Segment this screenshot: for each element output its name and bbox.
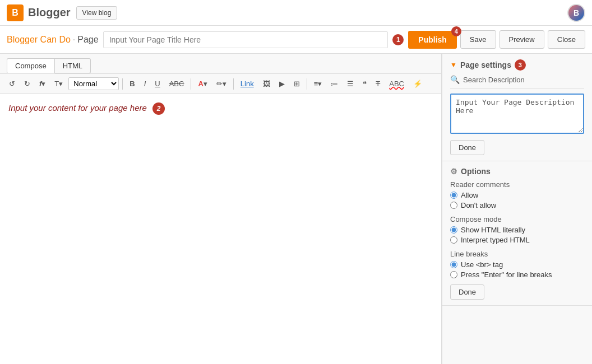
allow-radio-row: Allow: [450, 191, 584, 199]
align-dropdown-arrow-icon: ▾: [318, 80, 322, 88]
highlight-color-button[interactable]: ✏ ▾: [213, 77, 230, 90]
use-br-radio-label: Use <br> tag: [461, 260, 503, 269]
text-color-icon: A: [198, 80, 203, 88]
description-textarea[interactable]: Input Your Page Description Here: [450, 94, 584, 134]
strikethrough-button[interactable]: ABC: [166, 77, 188, 90]
editor-tabs: Compose HTML: [0, 54, 441, 74]
image-icon: 🖼: [263, 80, 270, 88]
blogger-logo-icon: B: [7, 4, 24, 21]
format-select[interactable]: Normal Heading 1 Heading 2 Heading 3: [68, 77, 119, 90]
title-bar: Blogger Can Do · Page 1 Publish 4 Save P…: [0, 26, 592, 54]
more-options-icon: ⚡: [413, 80, 422, 88]
toolbar-separator-2: [191, 78, 191, 90]
allow-radio[interactable]: [450, 192, 457, 199]
spellcheck-icon: ABC: [389, 80, 404, 88]
breadcrumb-page: Page: [77, 35, 98, 45]
step-badge-1: 1: [392, 34, 404, 45]
page-settings-label: Page settings: [460, 60, 511, 69]
breadcrumb-separator: ·: [73, 35, 75, 45]
page-settings-header[interactable]: ▼ Page settings 3: [450, 59, 584, 71]
allow-radio-label: Allow: [461, 191, 478, 199]
highlight-color-icon: ✏: [216, 80, 223, 88]
content-placeholder-text: Input your content for your page here: [8, 103, 147, 113]
interpret-html-radio-row: Interpret typed HTML: [450, 236, 584, 244]
align-icon: ≡: [314, 80, 318, 88]
save-button[interactable]: Save: [460, 30, 496, 49]
font-button[interactable]: f ▾: [36, 77, 49, 90]
close-button[interactable]: Close: [548, 30, 585, 49]
insert-video-button[interactable]: ▶: [276, 77, 288, 90]
page-settings-arrow-icon: ▼: [450, 61, 457, 69]
more-media-icon: ⊞: [294, 80, 300, 88]
insert-more-button[interactable]: ⊞: [290, 77, 303, 90]
search-description-label: Search Description: [463, 76, 525, 84]
press-enter-radio[interactable]: [450, 271, 457, 278]
page-title-input[interactable]: [103, 31, 388, 48]
right-panel: ▼ Page settings 3 🔍 Search Description I…: [442, 54, 592, 364]
editor-toolbar: ↺ ↻ f ▾ T ▾ Normal Heading 1 Heading 2: [0, 74, 441, 94]
options-header: ⚙ Options: [450, 167, 584, 176]
search-description-row: 🔍 Search Description: [450, 75, 584, 89]
highlight-color-dropdown-arrow-icon: ▾: [223, 80, 226, 88]
editor-panel: Compose HTML ↺ ↻ f ▾ T ▾: [0, 54, 442, 364]
video-icon: ▶: [279, 80, 285, 88]
use-br-radio-row: Use <br> tag: [450, 260, 584, 269]
show-html-radio-row: Show HTML literally: [450, 226, 584, 234]
text-color-button[interactable]: A ▾: [195, 77, 210, 90]
interpret-html-radio-label: Interpret typed HTML: [461, 236, 530, 244]
tab-compose[interactable]: Compose: [7, 58, 55, 73]
press-enter-radio-row: Press "Enter" for line breaks: [450, 270, 584, 279]
link-button[interactable]: Link: [237, 77, 257, 90]
content-editable-area[interactable]: Input your content for your page here 2: [0, 94, 441, 364]
quote-button[interactable]: ❝: [359, 77, 370, 90]
toolbar-separator-4: [307, 78, 307, 90]
toolbar-separator-3: [233, 78, 234, 90]
text-size-button[interactable]: T ▾: [51, 77, 66, 90]
top-bar: B Blogger View blog B: [0, 0, 592, 26]
interpret-html-radio[interactable]: [450, 236, 457, 244]
use-br-radio[interactable]: [450, 261, 457, 268]
bold-button[interactable]: B: [126, 77, 138, 90]
view-blog-button[interactable]: View blog: [76, 6, 118, 20]
reader-comments-label: Reader comments: [450, 180, 584, 189]
step-badge-3: 3: [515, 59, 526, 71]
remove-format-button[interactable]: T: [372, 77, 383, 90]
step-badge-4: 4: [451, 26, 461, 36]
underline-button[interactable]: U: [151, 77, 163, 90]
press-enter-radio-label: Press "Enter" for line breaks: [461, 270, 552, 279]
align-button[interactable]: ≡ ▾: [311, 77, 326, 90]
dont-allow-radio[interactable]: [450, 202, 457, 209]
undo-button[interactable]: ↺: [6, 77, 18, 90]
line-breaks-group: Line breaks Use <br> tag Press "Enter" f…: [450, 250, 584, 279]
avatar: B: [567, 4, 585, 22]
show-html-radio-label: Show HTML literally: [461, 226, 525, 234]
font-dropdown-arrow-icon: ▾: [41, 80, 45, 88]
insert-image-button[interactable]: 🖼: [260, 77, 274, 90]
numbered-list-button[interactable]: ≔: [327, 77, 341, 90]
bullet-list-button[interactable]: ☰: [344, 77, 357, 90]
options-label: Options: [461, 167, 491, 176]
quote-icon: ❝: [363, 80, 367, 88]
redo-button[interactable]: ↻: [21, 77, 34, 90]
breadcrumb: Blogger Can Do · Page: [7, 35, 99, 45]
options-done-button[interactable]: Done: [450, 284, 484, 300]
compose-mode-label: Compose mode: [450, 215, 584, 223]
dont-allow-radio-label: Don't allow: [461, 201, 496, 209]
gear-icon: ⚙: [450, 167, 457, 176]
publish-button[interactable]: Publish 4: [408, 31, 457, 49]
tab-html[interactable]: HTML: [55, 58, 91, 73]
description-done-button[interactable]: Done: [450, 140, 484, 155]
italic-button[interactable]: I: [141, 77, 150, 90]
more-options-button[interactable]: ⚡: [410, 77, 425, 90]
blogger-brand-name: Blogger: [28, 6, 71, 19]
search-icon: 🔍: [450, 75, 460, 84]
breadcrumb-blogger: Blogger Can Do: [7, 35, 71, 45]
show-html-radio[interactable]: [450, 226, 457, 234]
main-content: Compose HTML ↺ ↻ f ▾ T ▾: [0, 54, 592, 364]
dont-allow-radio-row: Don't allow: [450, 201, 584, 209]
compose-mode-group: Compose mode Show HTML literally Interpr…: [450, 215, 584, 244]
toolbar-separator-1: [122, 78, 123, 90]
spellcheck-button[interactable]: ABC: [386, 77, 408, 90]
preview-button[interactable]: Preview: [499, 30, 544, 49]
text-color-dropdown-arrow-icon: ▾: [203, 80, 207, 88]
